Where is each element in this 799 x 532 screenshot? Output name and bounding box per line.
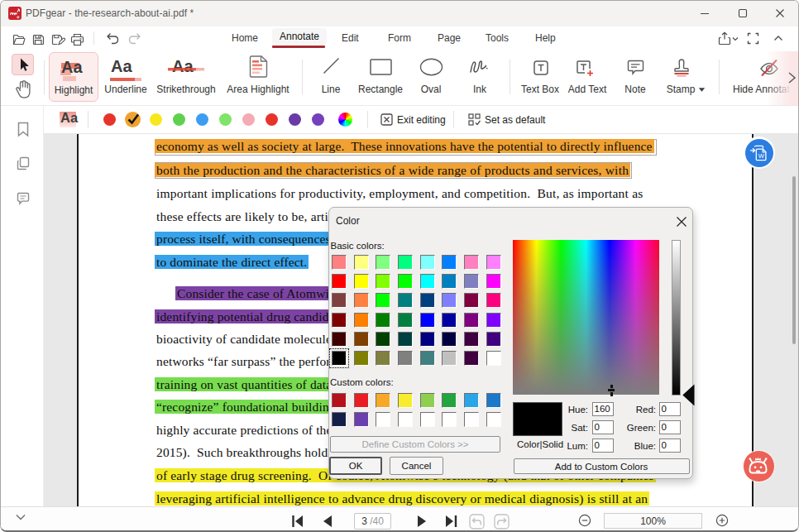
svg-text:W: W [758, 152, 765, 160]
